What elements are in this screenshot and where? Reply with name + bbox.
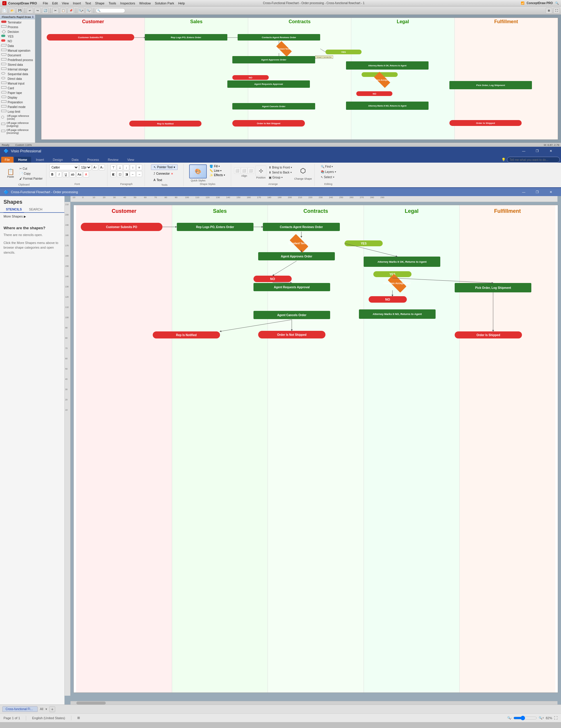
btn-bring-to-front[interactable]: ⬆ Bring to Front ▾ (267, 165, 293, 170)
indent-increase-btn[interactable]: → (136, 171, 142, 177)
menu-insert[interactable]: Insert (73, 1, 81, 5)
group-dropdown[interactable]: ▾ (282, 176, 283, 179)
shape-manual-input[interactable]: Manual input (0, 81, 35, 86)
vfc-order-shipped[interactable]: Order Is Shipped (455, 331, 522, 338)
btn-paste[interactable]: 📋 Paste (4, 164, 17, 183)
vfc-no-1[interactable]: NO (253, 276, 292, 282)
tab-data[interactable]: Data (68, 157, 82, 163)
shape-display[interactable]: Display (0, 95, 35, 100)
shape-loop-limit[interactable]: Loop limit (0, 109, 35, 114)
btn-group[interactable]: ▣ Group ▾ (267, 175, 293, 180)
bring-front-dropdown[interactable]: ▾ (291, 166, 292, 169)
shape-parallel-mode[interactable]: Parallel mode (0, 105, 35, 109)
tell-me-input[interactable] (507, 157, 560, 163)
vfc-changes-acceptable[interactable]: Changes Acceptable? (359, 277, 436, 289)
shape-order-not-shipped[interactable]: Order Is Not Shipped (232, 120, 305, 127)
tab-insert[interactable]: Insert (32, 157, 48, 163)
menu-text[interactable]: Text (85, 1, 91, 5)
toolbar-paste[interactable]: 📌 (68, 8, 74, 14)
btn-send-to-back[interactable]: ⬇ Send to Back ▾ (267, 170, 293, 175)
shape-offpage-circle[interactable]: Off-page reference (circle) (0, 114, 35, 121)
font-family-select[interactable]: Calibri (49, 164, 79, 170)
shapes-more-shapes[interactable]: More Shapes ▶ (0, 213, 64, 220)
btn-pointer-tool[interactable]: ↖ Pointer Tool ▾ (151, 164, 178, 170)
connector-close-icon[interactable]: ✕ (171, 172, 173, 175)
vfc-yes-1[interactable]: YES (345, 240, 383, 246)
toolbar-refresh[interactable]: 🔄 (42, 8, 48, 14)
effects-dropdown-icon[interactable]: ▾ (224, 174, 225, 176)
toolbar-save[interactable]: 💾 (16, 8, 23, 14)
send-back-dropdown[interactable]: ▾ (291, 171, 292, 174)
toolbar-redo[interactable]: ↪ (34, 8, 41, 14)
shape-terminator[interactable]: Terminator (0, 20, 35, 25)
btn-layers[interactable]: 📚 Layers ▾ (320, 170, 337, 174)
toolbar-undo[interactable]: ↩ (27, 8, 33, 14)
tab-stencils[interactable]: STENCILS (4, 206, 24, 213)
tab-home[interactable]: Home (14, 157, 31, 163)
vfc-contacts-agent[interactable]: Contacts Agent Reviews Order (263, 223, 340, 231)
vfc-agent-cancels[interactable]: Agent Cancels Order (253, 311, 330, 319)
vfc-order-not-shipped[interactable]: Order Is Not Shipped (258, 331, 325, 338)
vfc-customer-submits[interactable]: Customer Submits PO (81, 223, 162, 231)
shape-card[interactable]: Card (0, 86, 35, 90)
align-bottom-btn[interactable]: ↓ (123, 164, 129, 170)
shape-no[interactable]: NO (0, 39, 35, 43)
toolbar-grid[interactable]: ⊞ (546, 8, 552, 14)
toolbar-open[interactable]: 📂 (9, 8, 15, 14)
align-left-icon-btn[interactable]: ⬜ (234, 167, 240, 174)
shape-sequential-data[interactable]: Sequential data (0, 72, 35, 76)
tab-view[interactable]: View (123, 157, 138, 163)
font-grow-btn[interactable]: A↑ (92, 164, 98, 170)
page-tab-dropdown[interactable]: ▾ (45, 707, 47, 711)
zoom-in-icon[interactable]: 🔍+ (539, 716, 544, 719)
shape-internal-storage[interactable]: Internal storage (0, 67, 35, 72)
bot-page-tab-main[interactable]: Cross-functional Flowc... (2, 706, 38, 712)
btn-line[interactable]: 📏 Line ▾ (208, 169, 225, 173)
menu-shape[interactable]: Shape (95, 1, 105, 5)
btn-effects[interactable]: ✨ Effects ▾ (208, 173, 225, 177)
btn-fill[interactable]: 🪣 Fill ▾ (208, 164, 225, 168)
shape-manual-op[interactable]: Manual operation (0, 48, 35, 53)
shape-rep-logs-po[interactable]: Rep Logs PO, Enters Order (145, 34, 227, 41)
toolbar-copy[interactable]: 📋 (60, 8, 66, 14)
shape-direct-data[interactable]: Direct data (0, 76, 35, 81)
shape-yes[interactable]: YES (0, 34, 35, 39)
shape-data[interactable]: Data (0, 43, 35, 48)
bullets-btn[interactable]: ≡ (136, 164, 142, 170)
find-dropdown[interactable]: ▾ (332, 165, 333, 168)
bot-win-close[interactable]: ✕ (544, 188, 557, 196)
shape-offpage-outgoing[interactable]: Off-page reference (outgoing) (0, 121, 35, 128)
line-dropdown-icon[interactable]: ▾ (220, 169, 221, 172)
vfc-rep-logs[interactable]: Rep Logs PO, Enters Order (177, 223, 253, 231)
shape-pick-order[interactable]: Pick Order, Log Shipment (449, 81, 532, 89)
tab-search[interactable]: SEARCH (26, 206, 45, 212)
bot-scrollbar-horizontal[interactable] (70, 701, 557, 705)
shape-attorney-no[interactable]: Attorney Marks It NO, Returns to Agent (346, 102, 429, 110)
shape-no-1[interactable]: NO (232, 75, 268, 80)
align-left-btn[interactable]: ◧ (110, 171, 116, 177)
menu-file[interactable]: File (43, 1, 48, 5)
menu-tools[interactable]: Tools (109, 1, 116, 5)
shape-stored-data[interactable]: Stored data (0, 62, 35, 67)
page-tab-all-label[interactable]: All (40, 707, 43, 711)
btn-cut[interactable]: ✂ Cut (18, 166, 44, 171)
add-page-btn[interactable]: + (49, 706, 55, 712)
shape-customer-submits-po[interactable]: Customer Submits PO (47, 34, 134, 41)
shape-decision[interactable]: Decision (0, 29, 35, 34)
win-maximize[interactable]: ❐ (530, 147, 544, 155)
shape-agent-approves[interactable]: Agent Approves Order (232, 56, 315, 63)
toolbar-zoom-in[interactable]: 🔍+ (78, 8, 84, 14)
vfc-agent-approves[interactable]: Agent Approves Order (258, 252, 335, 260)
vfc-agent-requests[interactable]: Agent Requests Approval (253, 283, 330, 291)
toolbar-cut[interactable]: ✂ (52, 8, 59, 14)
vfc-attorney-no[interactable]: Attorney Marks It NO, Returns to Agent (359, 309, 436, 319)
align-middle-btn[interactable]: ⊥ (117, 164, 123, 170)
vfc-rep-notified[interactable]: Rep Is Notified (153, 331, 220, 338)
italic-btn[interactable]: I (56, 171, 62, 177)
vfc-no-2[interactable]: NO (369, 296, 407, 303)
vfc-attorney-ok[interactable]: Attorney Marks It OK, Returns to Agent (364, 257, 440, 267)
align-right-btn[interactable]: ◨ (123, 171, 129, 177)
align-top-btn[interactable]: ⊤ (110, 164, 116, 170)
btn-position[interactable]: ⊹ (255, 166, 266, 176)
layers-dropdown[interactable]: ▾ (335, 171, 336, 173)
